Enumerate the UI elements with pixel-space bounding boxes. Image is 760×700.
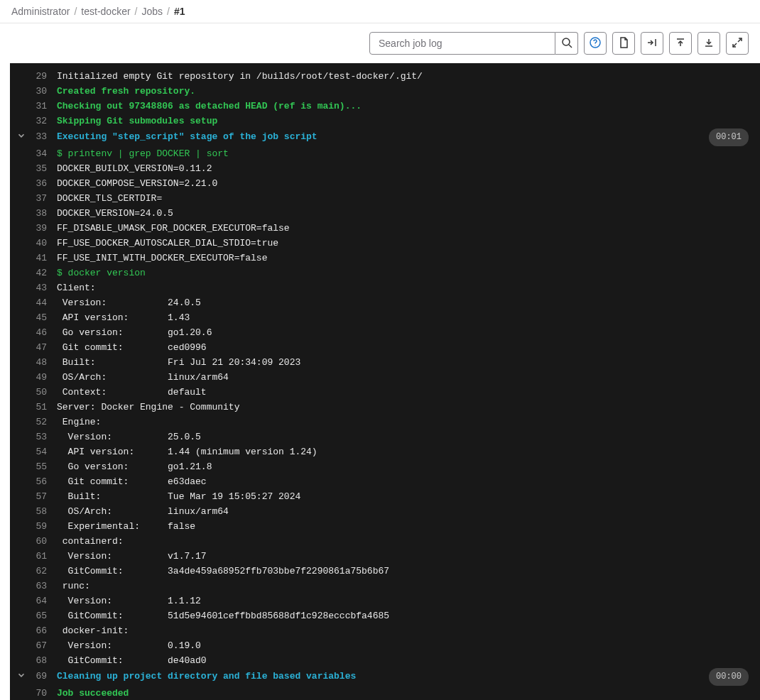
log-line: 65 GitCommit: 51d5e94601ceffbbd85688df1c…: [10, 608, 760, 623]
raw-log-button[interactable]: [612, 32, 635, 55]
search-input[interactable]: [369, 32, 555, 55]
log-line: 64 Version: 1.1.12: [10, 594, 760, 608]
arrow-up-to-line-icon: [675, 37, 686, 50]
line-number[interactable]: 50: [16, 385, 57, 400]
line-number[interactable]: 56: [16, 474, 57, 489]
line-content: API version: 1.44 (minimum version 1.24): [57, 444, 754, 459]
help-button[interactable]: [584, 32, 607, 55]
line-number[interactable]: 54: [16, 444, 57, 459]
log-line: 42$ docker version: [10, 266, 760, 280]
log-line: 69Cleaning up project directory and file…: [10, 668, 760, 686]
line-number[interactable]: 31: [16, 99, 57, 114]
line-content: GitCommit: 3a4de459a68952ffb703bbe7f2290…: [57, 564, 754, 579]
line-content: Job succeeded: [57, 686, 754, 700]
log-line: 34$ printenv | grep DOCKER | sort: [10, 146, 760, 161]
line-content: Engine:: [57, 415, 754, 430]
line-content: Git commit: ced0996: [57, 340, 754, 355]
line-number[interactable]: 42: [16, 266, 57, 280]
line-number[interactable]: 70: [16, 686, 57, 700]
line-number[interactable]: 46: [16, 325, 57, 340]
line-number[interactable]: 49: [16, 370, 57, 385]
line-content: Go version: go1.21.8: [57, 459, 754, 474]
line-number[interactable]: 55: [16, 459, 57, 474]
line-number[interactable]: 39: [16, 221, 57, 236]
line-number[interactable]: 65: [16, 608, 57, 623]
log-line: 61 Version: v1.7.17: [10, 549, 760, 564]
line-number[interactable]: 58: [16, 504, 57, 519]
arrow-down-to-line-icon: [703, 37, 715, 50]
log-line: 31Checking out 97348806 as detached HEAD…: [10, 99, 760, 114]
line-content: Built: Tue Mar 19 15:05:27 2024: [57, 489, 754, 504]
breadcrumb: Administrator/test-docker/Jobs/#1: [0, 0, 760, 23]
line-number[interactable]: 41: [16, 251, 57, 266]
chevron-down-icon[interactable]: [16, 130, 27, 141]
search-icon: [561, 37, 572, 50]
log-line: 51Server: Docker Engine - Community: [10, 400, 760, 415]
line-content: Experimental: false: [57, 519, 754, 534]
line-content: Client:: [57, 280, 754, 295]
log-line: 60 containerd:: [10, 534, 760, 549]
line-number[interactable]: 53: [16, 430, 57, 444]
line-content: Version: v1.7.17: [57, 549, 754, 564]
scroll-to-next-failure-button[interactable]: [641, 32, 663, 55]
line-number[interactable]: 40: [16, 236, 57, 251]
svg-point-0: [563, 38, 570, 45]
line-content: Skipping Git submodules setup: [57, 114, 754, 128]
line-number[interactable]: 47: [16, 340, 57, 355]
log-line: 35DOCKER_BUILDX_VERSION=0.11.2: [10, 161, 760, 176]
log-line: 32Skipping Git submodules setup: [10, 114, 760, 128]
line-number[interactable]: 43: [16, 280, 57, 295]
line-number[interactable]: 68: [16, 653, 57, 668]
line-content: $ printenv | grep DOCKER | sort: [57, 146, 754, 161]
log-line: 67 Version: 0.19.0: [10, 638, 760, 653]
line-number[interactable]: 64: [16, 594, 57, 608]
line-number[interactable]: 60: [16, 534, 57, 549]
line-number[interactable]: 38: [16, 206, 57, 221]
line-number[interactable]: 34: [16, 146, 57, 161]
line-number[interactable]: 66: [16, 623, 57, 638]
log-line: 66 docker-init:: [10, 623, 760, 638]
search-button[interactable]: [555, 32, 578, 55]
svg-point-3: [595, 45, 595, 45]
scroll-to-bottom-button[interactable]: [697, 32, 720, 55]
log-line: 38DOCKER_VERSION=24.0.5: [10, 206, 760, 221]
line-content: Initialized empty Git repository in /bui…: [57, 69, 754, 84]
line-number[interactable]: 51: [16, 400, 57, 415]
line-number[interactable]: 59: [16, 519, 57, 534]
svg-line-1: [569, 45, 572, 48]
line-number[interactable]: 57: [16, 489, 57, 504]
line-content: Go version: go1.20.6: [57, 325, 754, 340]
line-number[interactable]: 67: [16, 638, 57, 653]
log-line: 37DOCKER_TLS_CERTDIR=: [10, 191, 760, 206]
log-line: 54 API version: 1.44 (minimum version 1.…: [10, 444, 760, 459]
chevron-down-icon[interactable]: [16, 669, 27, 681]
line-number[interactable]: 30: [16, 84, 57, 99]
line-number[interactable]: 35: [16, 161, 57, 176]
line-number[interactable]: 61: [16, 549, 57, 564]
line-content: Cleaning up project directory and file b…: [57, 669, 709, 684]
log-line: 48 Built: Fri Jul 21 20:34:09 2023: [10, 355, 760, 370]
line-content: DOCKER_VERSION=24.0.5: [57, 206, 754, 221]
question-circle-icon: [590, 37, 601, 50]
line-content: Version: 24.0.5: [57, 295, 754, 310]
breadcrumb-link[interactable]: Administrator: [11, 6, 70, 17]
line-number[interactable]: 48: [16, 355, 57, 370]
breadcrumb-link[interactable]: Jobs: [142, 6, 163, 17]
scroll-to-top-button[interactable]: [669, 32, 692, 55]
line-number[interactable]: 32: [16, 114, 57, 128]
log-line: 47 Git commit: ced0996: [10, 340, 760, 355]
line-number[interactable]: 45: [16, 310, 57, 325]
line-number[interactable]: 52: [16, 415, 57, 430]
line-number[interactable]: 63: [16, 579, 57, 594]
breadcrumb-link[interactable]: test-docker: [81, 6, 130, 17]
line-number[interactable]: 44: [16, 295, 57, 310]
log-line: 63 runc:: [10, 579, 760, 594]
fullscreen-button[interactable]: [726, 32, 749, 55]
line-number[interactable]: 62: [16, 564, 57, 579]
line-content: Checking out 97348806 as detached HEAD (…: [57, 99, 754, 114]
line-number[interactable]: 36: [16, 176, 57, 191]
line-number[interactable]: 29: [16, 69, 57, 84]
log-line: 59 Experimental: false: [10, 519, 760, 534]
line-content: OS/Arch: linux/arm64: [57, 504, 754, 519]
line-number[interactable]: 37: [16, 191, 57, 206]
